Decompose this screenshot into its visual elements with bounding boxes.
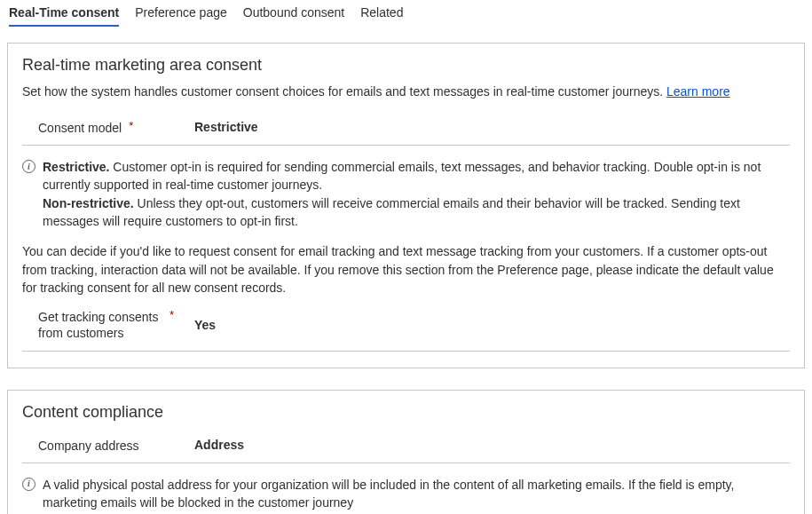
field-label-wrap: Get tracking consents from customers *	[38, 309, 194, 341]
tab-preference-page[interactable]: Preference page	[135, 4, 227, 27]
tab-bar: Real-Time consent Preference page Outbou…	[7, 4, 805, 32]
tracking-consents-value[interactable]: Yes	[194, 318, 216, 332]
consent-model-label: Consent model	[38, 120, 122, 136]
info-text: Restrictive. Customer opt-in is required…	[43, 158, 790, 230]
panel-title-compliance: Content compliance	[22, 403, 790, 422]
panel-description: Set how the system handles customer cons…	[22, 83, 790, 100]
info-icon: i	[22, 160, 35, 173]
consent-model-value[interactable]: Restrictive	[194, 120, 258, 134]
nonrestrictive-label: Non-restrictive.	[43, 196, 134, 210]
field-consent-model: Consent model * Restrictive	[22, 113, 790, 146]
field-label-wrap: Consent model *	[38, 120, 194, 136]
required-indicator: *	[169, 309, 174, 320]
tracking-consents-label: Get tracking consents from customers	[38, 309, 162, 341]
tab-related[interactable]: Related	[360, 4, 403, 27]
field-tracking-consents: Get tracking consents from customers * Y…	[22, 302, 790, 351]
panel-desc-text: Set how the system handles customer cons…	[22, 84, 666, 99]
field-label-wrap: Company address	[38, 438, 194, 454]
company-address-label: Company address	[38, 438, 139, 454]
required-indicator: *	[129, 120, 133, 131]
panel-realtime-consent: Real-time marketing area consent Set how…	[7, 43, 805, 368]
panel-title-realtime: Real-time marketing area consent	[22, 56, 790, 75]
field-company-address: Company address Address	[22, 431, 790, 463]
nonrestrictive-text: Unless they opt-out, customers will rece…	[43, 196, 740, 228]
company-address-value[interactable]: Address	[194, 438, 244, 452]
tab-realtime-consent[interactable]: Real-Time consent	[9, 4, 119, 27]
info-company-address: i A valid physical postal address for yo…	[22, 476, 790, 512]
company-address-info-text: A valid physical postal address for your…	[43, 476, 790, 512]
tracking-description: You can decide if you'd like to request …	[22, 242, 790, 297]
info-icon: i	[22, 478, 35, 491]
restrictive-label: Restrictive.	[43, 160, 109, 174]
panel-content-compliance: Content compliance Company address Addre…	[7, 390, 805, 514]
restrictive-text: Customer opt-in is required for sending …	[43, 160, 761, 192]
tab-outbound-consent[interactable]: Outbound consent	[243, 4, 344, 27]
learn-more-link[interactable]: Learn more	[666, 84, 730, 99]
info-consent-models: i Restrictive. Customer opt-in is requir…	[22, 158, 790, 230]
